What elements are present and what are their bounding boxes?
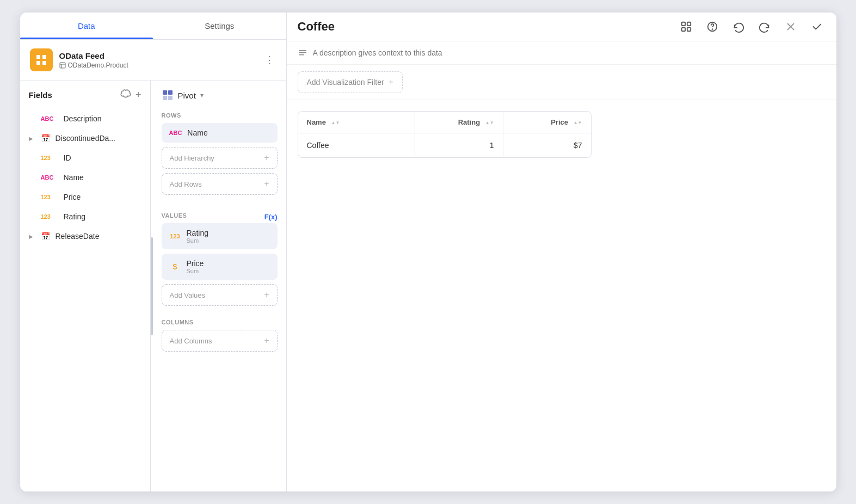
- pivot-chevron: ▾: [200, 91, 204, 99]
- check-icon[interactable]: [808, 18, 826, 35]
- plus-icon-4: +: [264, 336, 269, 346]
- field-icon-date-1: 📅: [41, 134, 50, 143]
- toolbar-icons: [678, 18, 826, 35]
- cell-price: $7: [503, 133, 590, 158]
- add-filter-button[interactable]: Add Visualization Filter +: [298, 71, 403, 93]
- field-item-price[interactable]: 123 Price: [20, 187, 150, 207]
- expand-arrow-2: ▶: [29, 136, 35, 142]
- plus-icon-3: +: [264, 290, 269, 300]
- fields-title: Fields: [29, 90, 116, 100]
- rows-chip-name[interactable]: ABC Name: [162, 123, 278, 143]
- col-header-price[interactable]: Price ▲▼: [503, 112, 590, 133]
- description-bar: [287, 41, 836, 65]
- field-name-price: Price: [64, 193, 81, 201]
- field-type-badge-abc-name: ABC: [41, 174, 58, 181]
- undo-icon[interactable]: [730, 18, 747, 35]
- field-type-badge-num-rating: 123: [41, 213, 58, 220]
- brain-icon[interactable]: [120, 88, 131, 101]
- chip-info-price: Price Sum: [187, 259, 270, 274]
- svg-rect-3: [42, 61, 46, 65]
- columns-label: COLUMNS: [162, 319, 278, 325]
- field-name-id: ID: [64, 153, 71, 162]
- field-item-releasedate[interactable]: ▶ 📅 ReleaseDate: [20, 226, 150, 246]
- add-hierarchy-button[interactable]: Add Hierarchy +: [162, 147, 278, 169]
- pivot-header[interactable]: Pivot ▾: [162, 89, 278, 101]
- col-header-rating[interactable]: Rating ▲▼: [415, 112, 503, 133]
- field-item-discontinuedda[interactable]: ▶ 📅 DiscontinuedDa...: [20, 128, 150, 148]
- fields-column: Fields + ABC Description: [20, 81, 151, 491]
- field-item-name[interactable]: ABC Name: [20, 168, 150, 187]
- description-input[interactable]: [313, 48, 826, 57]
- field-item-rating[interactable]: 123 Rating: [20, 207, 150, 226]
- plus-icon-2: +: [264, 179, 269, 189]
- table-area: Name ▲▼ Rating ▲▼ Price ▲▼: [287, 100, 836, 491]
- sort-icon-price: ▲▼: [574, 120, 582, 125]
- svg-rect-2: [36, 61, 40, 65]
- pivot-label: Pivot: [178, 91, 196, 100]
- pivot-column: Pivot ▾ ROWS ABC Name Add Hierarchy +: [153, 81, 286, 491]
- cell-rating: 1: [415, 133, 503, 158]
- grid-view-icon[interactable]: [678, 18, 695, 35]
- values-section: VALUES F(x) 123 Rating Sum: [162, 206, 278, 310]
- add-filter-label: Add Visualization Filter: [307, 78, 384, 87]
- field-name-discontinuedda: DiscontinuedDa...: [56, 134, 116, 143]
- fx-button[interactable]: F(x): [264, 213, 278, 221]
- svg-rect-8: [168, 90, 173, 95]
- field-type-badge-num-id: 123: [41, 155, 58, 161]
- right-header: [287, 13, 836, 41]
- field-type-badge-abc: ABC: [41, 115, 58, 122]
- fields-header: Fields +: [20, 81, 150, 107]
- svg-rect-12: [687, 22, 690, 26]
- col-header-name[interactable]: Name ▲▼: [298, 112, 415, 133]
- expand-arrow-7: ▶: [29, 233, 35, 239]
- cell-name: Coffee: [298, 133, 415, 158]
- right-panel: Add Visualization Filter + Name ▲▼ R: [287, 13, 836, 491]
- field-name-releasedate: ReleaseDate: [56, 232, 100, 241]
- svg-rect-11: [681, 22, 685, 26]
- redo-icon[interactable]: [756, 18, 773, 35]
- value-chip-rating[interactable]: 123 Rating Sum: [162, 223, 278, 249]
- left-panel: Data Settings OData Feed ODataDemo.Produ…: [20, 13, 287, 491]
- value-chip-price[interactable]: $ Price Sum: [162, 254, 278, 280]
- tab-data[interactable]: Data: [20, 13, 153, 39]
- svg-rect-13: [681, 28, 685, 31]
- close-icon[interactable]: [782, 18, 799, 35]
- values-label: VALUES: [162, 212, 187, 219]
- svg-rect-10: [168, 96, 173, 100]
- add-rows-button[interactable]: Add Rows +: [162, 173, 278, 195]
- svg-point-16: [712, 29, 712, 29]
- datasource-name: OData Feed: [59, 51, 256, 60]
- field-type-badge-num-price: 123: [41, 194, 58, 200]
- data-table: Name ▲▼ Rating ▲▼ Price ▲▼: [298, 111, 592, 158]
- add-values-button[interactable]: Add Values +: [162, 284, 278, 306]
- chip-type-abc: ABC: [169, 130, 182, 136]
- help-icon[interactable]: [704, 18, 721, 35]
- left-body: Fields + ABC Description: [20, 81, 286, 491]
- field-item-description[interactable]: ABC Description: [20, 109, 150, 128]
- chip-info-rating: Rating Sum: [187, 229, 270, 244]
- chip-icon-num-rating: 123: [169, 230, 181, 242]
- chip-name-name: Name: [187, 128, 269, 137]
- datasource-icon: [30, 48, 53, 71]
- add-field-button[interactable]: +: [136, 90, 141, 100]
- datasource-info: OData Feed ODataDemo.Product: [59, 51, 256, 69]
- field-item-id[interactable]: 123 ID: [20, 148, 150, 168]
- datasource-table: ODataDemo.Product: [59, 62, 256, 69]
- chart-title-input[interactable]: [298, 20, 671, 34]
- svg-rect-7: [163, 90, 167, 95]
- rows-section: ROWS ABC Name Add Hierarchy + Add Rows +: [162, 110, 278, 199]
- filter-bar: Add Visualization Filter +: [287, 65, 836, 100]
- values-header: VALUES F(x): [162, 210, 278, 223]
- add-columns-button[interactable]: Add Columns +: [162, 330, 278, 352]
- plus-icon: +: [264, 153, 269, 163]
- fields-list: ABC Description ▶ 📅 DiscontinuedDa... 12…: [20, 107, 150, 491]
- tab-settings[interactable]: Settings: [153, 13, 286, 39]
- tab-bar: Data Settings: [20, 13, 286, 40]
- svg-rect-1: [42, 55, 46, 59]
- svg-rect-14: [687, 28, 690, 31]
- more-options-button[interactable]: ⋮: [262, 52, 276, 68]
- rows-label: ROWS: [162, 112, 278, 119]
- field-name-rating: Rating: [64, 212, 85, 221]
- field-name-name: Name: [64, 173, 84, 182]
- svg-rect-0: [36, 55, 40, 59]
